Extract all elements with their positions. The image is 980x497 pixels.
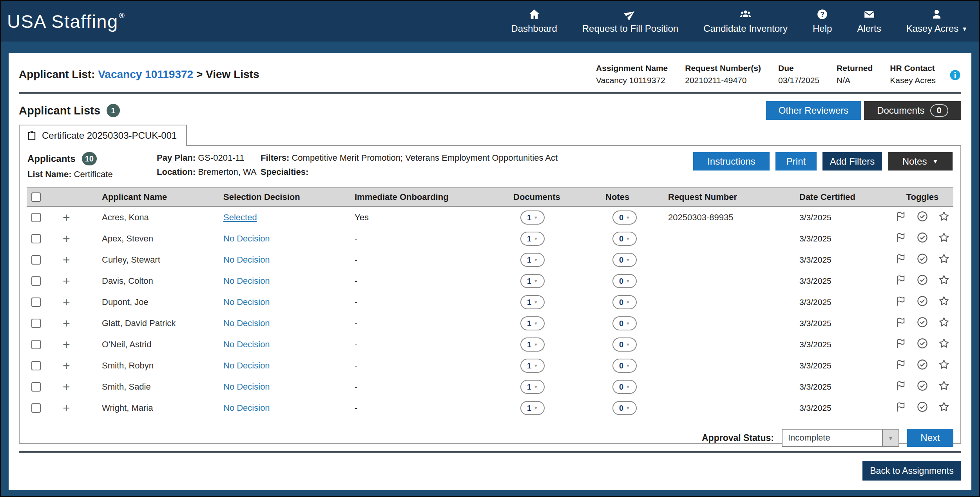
documents-dropdown[interactable]: 1▼ — [520, 337, 545, 352]
check-circle-icon[interactable] — [917, 253, 928, 267]
documents-button[interactable]: Documents 0 — [864, 101, 961, 120]
star-icon[interactable] — [938, 253, 950, 267]
check-circle-icon[interactable] — [917, 359, 928, 373]
documents-dropdown[interactable]: 1▼ — [520, 232, 545, 246]
selection-decision-link[interactable]: No Decision — [223, 382, 270, 392]
star-icon[interactable] — [938, 274, 950, 288]
documents-dropdown[interactable]: 1▼ — [520, 295, 545, 309]
expand-plus-icon[interactable]: + — [63, 232, 70, 246]
nav-item-dashboard[interactable]: Dashboard — [511, 8, 557, 34]
instructions-button[interactable]: Instructions — [693, 152, 770, 171]
row-checkbox[interactable] — [31, 340, 41, 349]
check-circle-icon[interactable] — [917, 210, 928, 225]
star-icon[interactable] — [938, 232, 950, 246]
selection-decision-link[interactable]: No Decision — [223, 361, 270, 370]
print-button[interactable]: Print — [775, 152, 817, 171]
info-icon[interactable] — [949, 63, 961, 81]
approval-status-select[interactable]: Incomplete ▼ — [782, 429, 899, 447]
select-all-checkbox[interactable] — [31, 192, 41, 202]
back-to-assignments-button[interactable]: Back to Assignments — [862, 461, 961, 481]
star-icon[interactable] — [938, 316, 950, 330]
row-checkbox[interactable] — [31, 234, 41, 243]
star-icon[interactable] — [938, 337, 950, 352]
flag-icon[interactable] — [895, 210, 907, 225]
documents-dropdown[interactable]: 1▼ — [520, 316, 545, 330]
selection-decision-link[interactable]: No Decision — [223, 318, 270, 328]
expand-plus-icon[interactable]: + — [63, 337, 70, 352]
row-checkbox[interactable] — [31, 403, 41, 413]
flag-icon[interactable] — [895, 232, 907, 246]
selection-decision-link[interactable]: No Decision — [223, 234, 270, 243]
flag-icon[interactable] — [895, 274, 907, 288]
flag-icon[interactable] — [895, 380, 907, 394]
flag-icon[interactable] — [895, 316, 907, 330]
expand-plus-icon[interactable]: + — [63, 253, 70, 267]
check-circle-icon[interactable] — [917, 274, 928, 288]
caret-down-icon[interactable]: ▼ — [882, 430, 898, 446]
nav-item-request-to-fill-position[interactable]: Request to Fill Position — [582, 8, 678, 34]
star-icon[interactable] — [938, 295, 950, 309]
notes-dropdown[interactable]: 0▼ — [612, 210, 637, 225]
expand-plus-icon[interactable]: + — [63, 295, 70, 309]
notes-dropdown[interactable]: 0▼ — [612, 232, 637, 246]
row-checkbox[interactable] — [31, 276, 41, 286]
check-circle-icon[interactable] — [917, 337, 928, 352]
tab-certificate[interactable]: Certificate 20250303-PCUK-001 — [19, 125, 187, 146]
check-circle-icon[interactable] — [917, 232, 928, 246]
notes-dropdown[interactable]: 0▼ — [612, 337, 637, 352]
row-checkbox[interactable] — [31, 319, 41, 328]
selection-decision-link[interactable]: No Decision — [223, 255, 270, 265]
selection-decision-link[interactable]: Selected — [223, 212, 257, 222]
selection-decision-link[interactable]: No Decision — [223, 276, 270, 286]
check-circle-icon[interactable] — [917, 316, 928, 330]
nav-item-alerts[interactable]: Alerts — [857, 8, 881, 34]
documents-dropdown[interactable]: 1▼ — [520, 359, 545, 373]
flag-icon[interactable] — [895, 359, 907, 373]
nav-item-kasey-acres[interactable]: Kasey Acres▼ — [906, 8, 967, 34]
check-circle-icon[interactable] — [917, 401, 928, 415]
row-checkbox[interactable] — [31, 382, 41, 392]
notes-dropdown[interactable]: 0▼ — [612, 295, 637, 309]
notes-dropdown[interactable]: 0▼ — [612, 274, 637, 288]
other-reviewers-button[interactable]: Other Reviewers — [766, 101, 861, 120]
flag-icon[interactable] — [895, 401, 907, 415]
notes-button[interactable]: Notes▼ — [888, 152, 953, 171]
add-filters-button[interactable]: Add Filters — [822, 152, 882, 171]
documents-dropdown[interactable]: 1▼ — [520, 210, 545, 225]
documents-dropdown[interactable]: 1▼ — [520, 274, 545, 288]
next-button[interactable]: Next — [907, 429, 953, 447]
check-circle-icon[interactable] — [917, 295, 928, 309]
check-circle-icon[interactable] — [917, 380, 928, 394]
expand-plus-icon[interactable]: + — [63, 401, 70, 415]
documents-dropdown[interactable]: 1▼ — [520, 380, 545, 394]
nav-item-help[interactable]: ?Help — [813, 8, 832, 34]
notes-dropdown[interactable]: 0▼ — [612, 316, 637, 330]
star-icon[interactable] — [938, 401, 950, 415]
expand-plus-icon[interactable]: + — [63, 359, 70, 373]
expand-plus-icon[interactable]: + — [63, 274, 70, 288]
row-checkbox[interactable] — [31, 361, 41, 370]
expand-plus-icon[interactable]: + — [63, 316, 70, 330]
row-checkbox[interactable] — [31, 213, 41, 222]
flag-icon[interactable] — [895, 337, 907, 352]
notes-dropdown[interactable]: 0▼ — [612, 401, 637, 415]
flag-icon[interactable] — [895, 253, 907, 267]
documents-dropdown[interactable]: 1▼ — [520, 253, 545, 267]
selection-decision-link[interactable]: No Decision — [223, 297, 270, 307]
selection-decision-link[interactable]: No Decision — [223, 339, 270, 349]
documents-dropdown[interactable]: 1▼ — [520, 401, 545, 415]
row-checkbox[interactable] — [31, 255, 41, 265]
notes-dropdown[interactable]: 0▼ — [612, 253, 637, 267]
flag-icon[interactable] — [895, 295, 907, 309]
row-checkbox[interactable] — [31, 297, 41, 307]
star-icon[interactable] — [938, 380, 950, 394]
expand-plus-icon[interactable]: + — [63, 210, 70, 225]
vacancy-link[interactable]: Vacancy 10119372 — [98, 68, 193, 80]
selection-decision-link[interactable]: No Decision — [223, 403, 270, 413]
notes-dropdown[interactable]: 0▼ — [612, 380, 637, 394]
nav-item-candidate-inventory[interactable]: Candidate Inventory — [703, 8, 788, 34]
notes-dropdown[interactable]: 0▼ — [612, 359, 637, 373]
star-icon[interactable] — [938, 359, 950, 373]
expand-plus-icon[interactable]: + — [63, 380, 70, 394]
star-icon[interactable] — [938, 210, 950, 225]
